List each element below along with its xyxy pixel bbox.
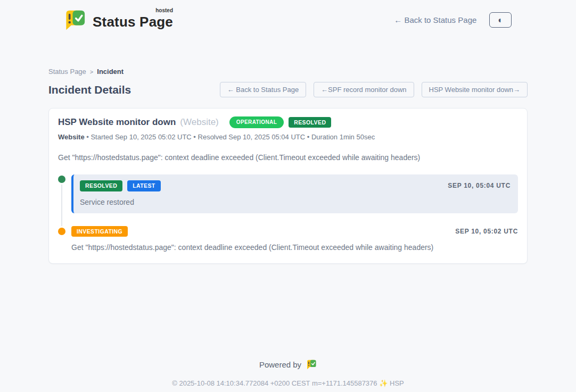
footer: Powered by © 2025-10-08 14:10:34.772084 … xyxy=(0,360,576,387)
incident-title: HSP Website monitor down xyxy=(58,117,176,128)
incident-timeline: RESOLVED LATEST SEP 10, 05:04 UTC Servic… xyxy=(58,174,518,252)
back-to-status-page-button[interactable]: ← Back to Status Page xyxy=(220,82,306,97)
timeline-resolved-badge: RESOLVED xyxy=(80,180,122,191)
timeline-investigating-badge: INVESTIGATING xyxy=(71,226,128,237)
incident-description: Get "https://hostedstatus.page": context… xyxy=(58,153,518,162)
brand-superscript: hosted xyxy=(155,7,173,13)
timeline-message: Service restored xyxy=(80,198,511,206)
incident-meta-details: • Started Sep 10, 2025 05:02 UTC • Resol… xyxy=(86,133,375,141)
next-incident-button[interactable]: HSP Website monitor down→ xyxy=(422,82,528,97)
status-page-logo-icon xyxy=(63,10,86,31)
resolved-status-badge: RESOLVED xyxy=(289,117,331,128)
theme-toggle-button[interactable]: ◐ xyxy=(489,12,512,28)
timeline-timestamp: SEP 10, 05:02 UTC xyxy=(455,228,518,235)
brand-name: Status Page xyxy=(93,14,173,30)
incident-nav-buttons: ← Back to Status Page ←SPF record monito… xyxy=(220,82,528,97)
header: hosted Status Page ← Back to Status Page… xyxy=(0,0,576,40)
prev-incident-button[interactable]: ←SPF record monitor down xyxy=(314,82,414,97)
operational-status-badge: OPERATIONAL xyxy=(229,116,284,128)
timeline-latest-update: RESOLVED LATEST SEP 10, 05:04 UTC Servic… xyxy=(71,174,518,213)
copyright-text: © 2025-10-08 14:10:34.772084 +0200 CEST … xyxy=(0,379,576,387)
header-back-to-status-page-link[interactable]: ← Back to Status Page xyxy=(394,15,476,24)
powered-by-logo-icon[interactable] xyxy=(306,360,317,370)
half-circle-theme-icon: ◐ xyxy=(498,16,503,24)
breadcrumb: Status Page > Incident xyxy=(48,68,528,76)
timeline-dot-orange xyxy=(58,228,65,235)
powered-by-label: Powered by xyxy=(259,360,301,369)
incident-card: HSP Website monitor down (Website) OPERA… xyxy=(48,108,528,264)
page-title: Incident Details xyxy=(48,84,131,96)
timeline-item-resolved: RESOLVED LATEST SEP 10, 05:04 UTC Servic… xyxy=(58,174,518,213)
timeline-message: Get "https://hostedstatus.page": context… xyxy=(71,243,518,252)
timeline-latest-badge: LATEST xyxy=(127,180,160,191)
breadcrumb-separator: > xyxy=(90,69,93,75)
brand-logo[interactable]: hosted Status Page xyxy=(63,10,173,31)
incident-component-label: (Website) xyxy=(180,117,218,128)
timeline-item-investigating: INVESTIGATING SEP 10, 05:02 UTC Get "htt… xyxy=(58,226,518,252)
main-content: Status Page > Incident Incident Details … xyxy=(48,68,528,264)
breadcrumb-status-page-link[interactable]: Status Page xyxy=(48,68,86,76)
timeline-first-update: INVESTIGATING SEP 10, 05:02 UTC Get "htt… xyxy=(71,226,518,252)
incident-meta: Website • Started Sep 10, 2025 05:02 UTC… xyxy=(58,133,518,141)
incident-meta-component: Website xyxy=(58,133,85,141)
breadcrumb-current-incident: Incident xyxy=(97,68,124,76)
timeline-timestamp: SEP 10, 05:04 UTC xyxy=(448,182,511,189)
timeline-dot-green xyxy=(58,176,65,183)
